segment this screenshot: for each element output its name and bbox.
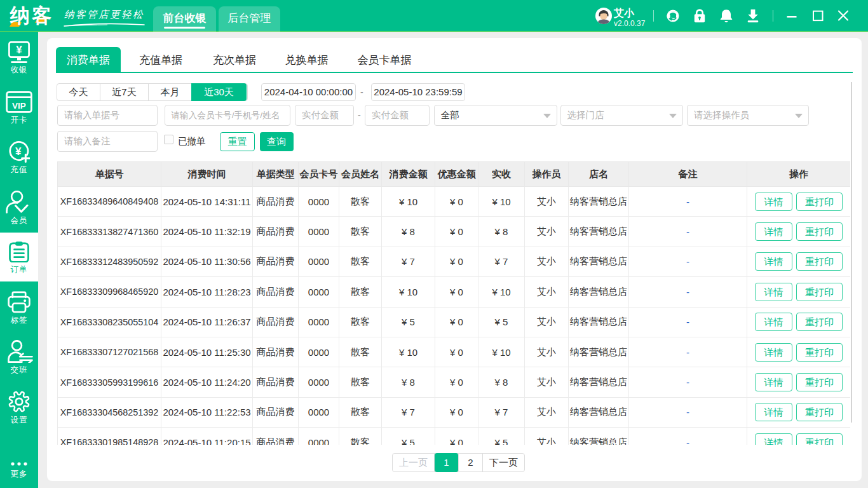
svg-text:¥: ¥ xyxy=(15,146,22,158)
svg-text:VIP: VIP xyxy=(12,101,26,111)
svg-text:¥: ¥ xyxy=(16,44,22,56)
